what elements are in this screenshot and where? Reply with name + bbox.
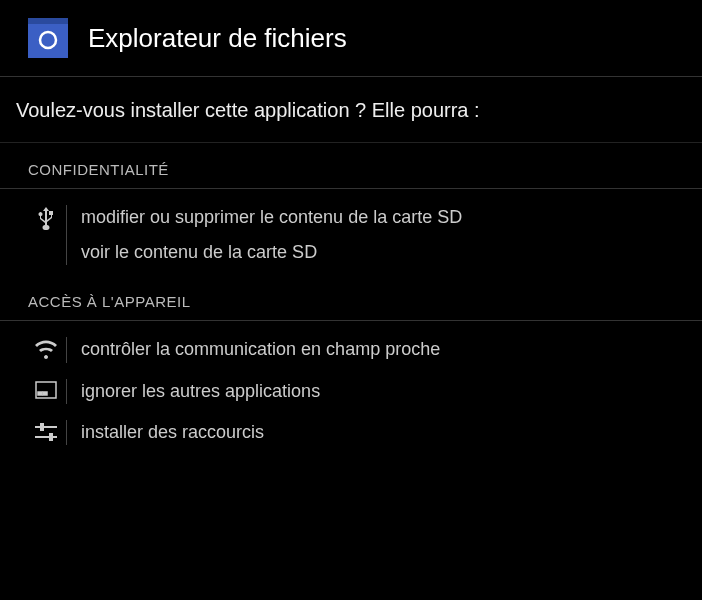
permission-text: ignorer les autres applications — [81, 379, 674, 404]
permission-row: installer des raccourcis — [0, 420, 702, 445]
sliders-icon — [28, 420, 64, 445]
svg-rect-3 — [43, 392, 47, 395]
permission-text: modifier ou supprimer le contenu de la c… — [81, 205, 674, 265]
permission-line: voir le contenu de la carte SD — [81, 240, 674, 265]
permission-row: ignorer les autres applications — [0, 379, 702, 404]
permission-text: installer des raccourcis — [81, 420, 674, 445]
app-header: Explorateur de fichiers — [0, 0, 702, 77]
permission-line: ignorer les autres applications — [81, 379, 674, 404]
permission-text: contrôler la communication en champ proc… — [81, 337, 674, 362]
wifi-icon — [28, 337, 64, 362]
permission-line: installer des raccourcis — [81, 420, 674, 445]
svg-rect-6 — [35, 436, 57, 438]
svg-rect-2 — [38, 392, 42, 395]
device-section-title: ACCÈS À L'APPAREIL — [0, 275, 702, 321]
privacy-section-title: CONFIDENTIALITÉ — [0, 143, 702, 189]
divider — [66, 337, 67, 362]
svg-rect-5 — [40, 423, 44, 431]
divider — [66, 379, 67, 404]
privacy-section: CONFIDENTIALITÉ modifier ou supprimer le… — [0, 143, 702, 275]
svg-rect-7 — [49, 433, 53, 441]
apps-icon — [28, 379, 64, 404]
divider — [66, 420, 67, 445]
permission-row: contrôler la communication en champ proc… — [0, 337, 702, 362]
svg-point-0 — [40, 32, 56, 48]
permission-row: modifier ou supprimer le contenu de la c… — [0, 205, 702, 265]
permission-line: modifier ou supprimer le contenu de la c… — [81, 205, 674, 230]
install-prompt: Voulez-vous installer cette application … — [0, 77, 702, 143]
usb-icon — [28, 205, 64, 265]
divider — [66, 205, 67, 265]
app-title: Explorateur de fichiers — [88, 23, 347, 54]
permission-line: contrôler la communication en champ proc… — [81, 337, 674, 362]
device-section: ACCÈS À L'APPAREIL contrôler la communic… — [0, 275, 702, 455]
svg-rect-4 — [35, 426, 57, 428]
app-icon — [28, 18, 68, 58]
